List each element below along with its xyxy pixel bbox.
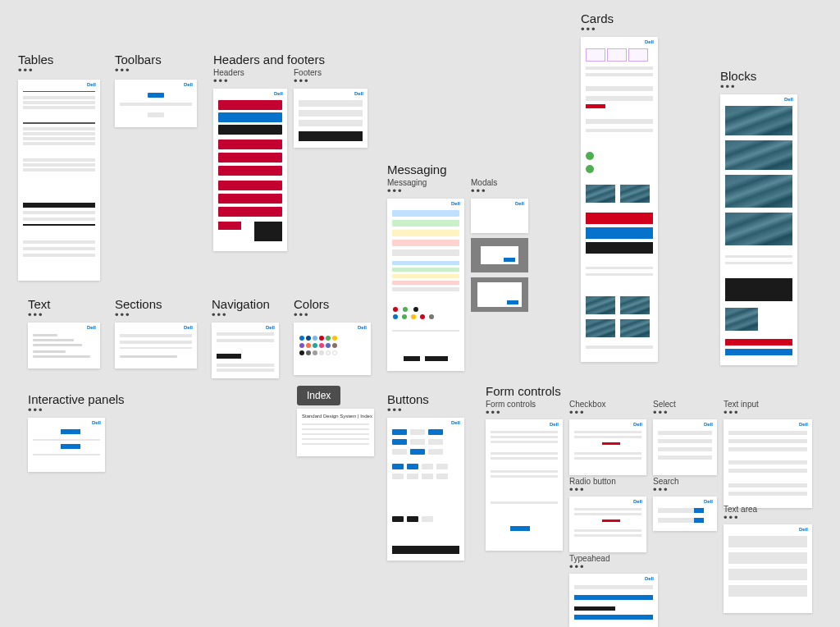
group-buttons[interactable]: Buttons ••• Dell <box>387 392 464 561</box>
brand-label: Dell <box>274 91 283 96</box>
brand-label: Dell <box>704 422 713 427</box>
more-dots[interactable]: ••• <box>387 408 464 414</box>
group-form-controls[interactable]: Form controls Form controls ••• Dell Che… <box>486 384 561 400</box>
brand-label: Dell <box>87 325 96 330</box>
more-dots[interactable]: ••• <box>569 565 658 571</box>
frame-modal-2-overlay[interactable] <box>471 238 528 272</box>
frame-sections[interactable]: Dell <box>115 323 197 368</box>
frame-modal-3-overlay[interactable] <box>471 277 528 312</box>
brand-label: Dell <box>515 201 524 206</box>
more-dots[interactable]: ••• <box>387 189 464 195</box>
more-dots[interactable]: ••• <box>115 313 197 319</box>
brand-label: Dell <box>184 325 193 330</box>
brand-label: Dell <box>645 576 654 581</box>
brand-label: Dell <box>645 39 654 44</box>
more-dots[interactable]: ••• <box>724 515 812 522</box>
brand-label: Dell <box>451 420 460 425</box>
frame-interactive-panels[interactable]: Dell <box>28 418 105 472</box>
more-dots[interactable]: ••• <box>28 408 125 414</box>
frame-headers[interactable]: Dell <box>213 89 287 251</box>
brand-label: Dell <box>358 325 367 330</box>
brand-label: Dell <box>87 82 96 87</box>
group-messaging[interactable]: Messaging Messaging ••• Dell <box>387 162 528 371</box>
brand-label: Dell <box>354 91 363 96</box>
frame-text-input[interactable]: Dell <box>724 419 812 508</box>
design-canvas[interactable]: Tables ••• Dell Toolbars ••• Dell Header… <box>0 0 840 627</box>
frame-select[interactable]: Dell <box>653 419 717 475</box>
more-dots[interactable]: ••• <box>213 79 287 85</box>
frame-footers[interactable]: Dell <box>294 89 368 148</box>
frame-colors[interactable]: Dell <box>294 323 371 375</box>
group-toolbars[interactable]: Toolbars ••• Dell <box>115 53 197 127</box>
more-dots[interactable]: ••• <box>653 487 717 494</box>
frame-navigation[interactable]: Dell <box>212 323 279 378</box>
brand-label: Dell <box>550 422 559 427</box>
brand-label: Dell <box>184 82 193 87</box>
index-pill[interactable]: Index <box>297 386 340 405</box>
group-title-form-controls: Form controls <box>486 384 561 398</box>
group-blocks[interactable]: Blocks ••• Dell <box>720 69 797 365</box>
more-dots[interactable]: ••• <box>486 410 563 417</box>
more-dots[interactable]: ••• <box>294 79 368 85</box>
more-dots[interactable]: ••• <box>569 410 646 417</box>
brand-label: Dell <box>704 499 713 504</box>
group-tables[interactable]: Tables ••• Dell <box>18 53 100 281</box>
more-dots[interactable]: ••• <box>720 85 797 91</box>
brand-label: Dell <box>784 97 793 102</box>
frame-index[interactable]: Standard Design System | Index <box>297 409 374 456</box>
more-dots[interactable]: ••• <box>212 313 279 319</box>
frame-buttons[interactable]: Dell <box>387 418 464 561</box>
index-label: Index <box>307 390 331 401</box>
frame-typeahead[interactable]: Dell <box>569 574 658 627</box>
group-interactive-panels[interactable]: Interactive panels ••• Dell <box>28 392 125 472</box>
group-sections[interactable]: Sections ••• Dell <box>115 297 197 368</box>
more-dots[interactable]: ••• <box>569 487 646 494</box>
more-dots[interactable]: ••• <box>115 68 197 75</box>
more-dots[interactable]: ••• <box>471 189 528 195</box>
brand-label: Dell <box>633 499 642 504</box>
index-page-title: Standard Design System | Index <box>302 414 372 419</box>
frame-search[interactable]: Dell <box>653 497 717 531</box>
group-colors[interactable]: Colors ••• Dell <box>294 297 371 375</box>
frame-text-area[interactable]: Dell <box>724 524 812 613</box>
brand-label: Dell <box>266 325 275 330</box>
frame-modal-1[interactable]: Dell <box>471 199 528 233</box>
more-dots[interactable]: ••• <box>294 313 371 319</box>
more-dots[interactable]: ••• <box>724 410 812 417</box>
frame-checkbox[interactable]: Dell <box>569 419 646 475</box>
more-dots[interactable]: ••• <box>653 410 717 417</box>
frame-form-controls[interactable]: Dell <box>486 419 563 551</box>
brand-label: Dell <box>799 527 808 532</box>
group-title-headers-footers: Headers and footers <box>213 53 368 66</box>
more-dots[interactable]: ••• <box>581 27 658 34</box>
brand-label: Dell <box>633 422 642 427</box>
more-dots[interactable]: ••• <box>18 68 100 75</box>
brand-label: Dell <box>451 201 460 206</box>
frame-toolbars[interactable]: Dell <box>115 80 197 127</box>
frame-text[interactable]: Dell <box>28 323 100 368</box>
group-text[interactable]: Text ••• Dell <box>28 297 100 368</box>
group-headers-footers[interactable]: Headers and footers Headers ••• Dell <box>213 53 368 251</box>
frame-cards[interactable]: Dell <box>581 37 658 362</box>
frame-radio-button[interactable]: Dell <box>569 497 646 552</box>
group-title-messaging: Messaging <box>387 162 528 176</box>
brand-label: Dell <box>92 420 101 425</box>
group-cards[interactable]: Cards ••• Dell <box>581 11 658 362</box>
frame-blocks[interactable]: Dell <box>720 94 797 365</box>
group-navigation[interactable]: Navigation ••• Dell <box>212 297 279 378</box>
more-dots[interactable]: ••• <box>28 313 100 319</box>
brand-label: Dell <box>799 422 808 427</box>
frame-messaging[interactable]: Dell <box>387 199 464 371</box>
frame-tables[interactable]: Dell <box>18 80 100 281</box>
